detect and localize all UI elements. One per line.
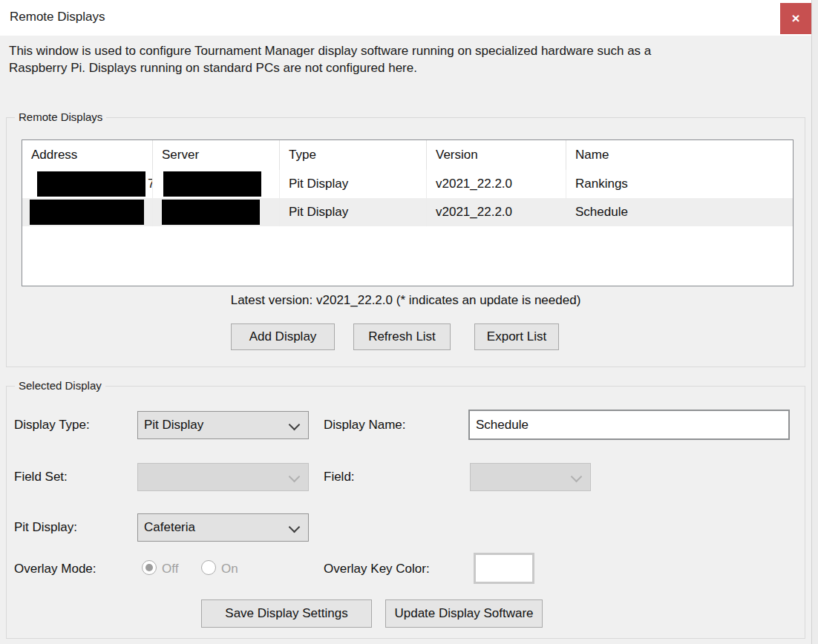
column-header-address[interactable]: Address (22, 140, 153, 170)
close-icon: × (791, 10, 799, 27)
remote-displays-group: Remote Displays Address Server Type Vers… (6, 117, 805, 367)
remote-displays-table: Address Server Type Version Name 7 Pit D… (22, 139, 794, 286)
cell-address (22, 198, 153, 226)
cell-name: Schedule (566, 198, 793, 226)
redaction-box (30, 200, 144, 225)
overlay-key-color-swatch (474, 553, 534, 584)
chevron-down-icon (289, 471, 301, 483)
update-display-software-button[interactable]: Update Display Software (385, 599, 543, 628)
column-header-type[interactable]: Type (280, 140, 427, 170)
description-line-2: Raspberry Pi. Displays running on standa… (9, 59, 807, 76)
column-header-server[interactable]: Server (153, 140, 280, 170)
field-label: Field: (324, 470, 355, 484)
display-type-dropdown[interactable]: Pit Display (137, 411, 309, 439)
display-name-label: Display Name: (324, 418, 406, 433)
cell-server (153, 170, 280, 198)
pit-display-value: Cafeteria (144, 520, 195, 535)
cell-address: 7 (22, 170, 153, 198)
table-row[interactable]: 7 Pit Display v2021_22.2.0 Rankings (22, 170, 793, 198)
address-visible-suffix: 7 (148, 177, 153, 191)
window-right-edge (811, 0, 818, 644)
radio-dot-icon (145, 564, 153, 571)
overlay-mode-label: Overlay Mode: (14, 562, 96, 576)
redaction-box (162, 200, 260, 225)
cell-server (153, 198, 280, 226)
description-line-1: This window is used to configure Tournam… (9, 42, 807, 59)
overlay-off-radio (142, 560, 157, 575)
redaction-box (163, 171, 261, 197)
column-header-version[interactable]: Version (427, 140, 566, 170)
redaction-box (37, 171, 145, 197)
cell-type: Pit Display (280, 170, 427, 198)
cell-name: Rankings (566, 170, 793, 198)
description-text: This window is used to configure Tournam… (9, 42, 807, 76)
cell-version: v2021_22.2.0 (427, 198, 566, 226)
field-set-dropdown-disabled (137, 463, 309, 491)
overlay-off-label: Off (162, 562, 178, 576)
export-list-button[interactable]: Export List (474, 323, 559, 350)
overlay-on-label: On (221, 562, 238, 576)
table-row-selected[interactable]: Pit Display v2021_22.2.0 Schedule (22, 198, 793, 226)
pit-display-dropdown[interactable]: Cafeteria (137, 513, 309, 542)
field-dropdown-disabled (470, 463, 591, 491)
chevron-down-icon (289, 419, 301, 431)
display-type-label: Display Type: (14, 418, 90, 433)
pit-display-label: Pit Display: (14, 520, 77, 535)
overlay-key-color-label: Overlay Key Color: (324, 562, 430, 576)
display-name-input[interactable] (468, 410, 790, 440)
remote-displays-dialog: Remote Displays × This window is used to… (0, 0, 818, 644)
selected-display-group: Selected Display Display Type: Pit Displ… (6, 386, 805, 639)
selected-display-legend: Selected Display (15, 379, 105, 392)
overlay-on-radio (201, 560, 216, 575)
refresh-list-button[interactable]: Refresh List (353, 323, 451, 350)
window-title: Remote Displays (10, 10, 105, 24)
column-header-name[interactable]: Name (566, 140, 793, 170)
table-header-row: Address Server Type Version Name (22, 140, 793, 170)
cell-version: v2021_22.2.0 (427, 170, 566, 198)
close-button[interactable]: × (780, 3, 811, 34)
latest-version-note: Latest version: v2021_22.2.0 (* indicate… (7, 293, 805, 308)
display-type-value: Pit Display (144, 418, 203, 433)
save-display-settings-button[interactable]: Save Display Settings (201, 599, 372, 628)
add-display-button[interactable]: Add Display (231, 323, 335, 350)
chevron-down-icon (571, 471, 583, 483)
cell-type: Pit Display (280, 198, 427, 226)
remote-displays-legend: Remote Displays (15, 111, 106, 123)
title-bar: Remote Displays (0, 0, 818, 36)
field-set-label: Field Set: (14, 470, 68, 484)
chevron-down-icon (289, 522, 301, 533)
